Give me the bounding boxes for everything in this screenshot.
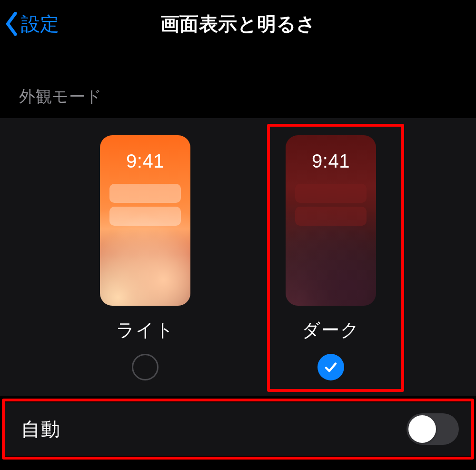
nav-bar: 設定 画面表示と明るさ <box>0 0 476 48</box>
preview-notification-placeholder <box>109 207 181 226</box>
checkmark-icon <box>324 360 338 374</box>
auto-row: 自動 <box>4 402 472 456</box>
dark-radio-checked[interactable] <box>317 354 344 380</box>
dark-preview: 9:41 <box>286 135 376 306</box>
auto-label: 自動 <box>21 416 61 442</box>
preview-time: 9:41 <box>100 150 190 172</box>
preview-notification-placeholder <box>295 207 367 226</box>
preview-time: 9:41 <box>286 150 376 172</box>
appearance-panel: 9:41 ライト 9:41 ダーク <box>0 118 476 396</box>
appearance-section-header: 外観モード <box>0 48 476 118</box>
back-button[interactable]: 設定 <box>5 0 59 48</box>
auto-row-wrapper: 自動 <box>4 402 472 456</box>
page-title: 画面表示と明るさ <box>160 11 316 37</box>
appearance-option-dark[interactable]: 9:41 ダーク <box>278 135 383 380</box>
light-label: ライト <box>116 318 175 342</box>
switch-knob <box>408 415 436 443</box>
light-preview: 9:41 <box>100 135 190 306</box>
dark-label: ダーク <box>302 318 360 342</box>
appearance-option-light[interactable]: 9:41 ライト <box>93 135 198 380</box>
preview-notification-placeholder <box>109 184 181 203</box>
back-label: 設定 <box>21 11 59 37</box>
light-radio-unchecked[interactable] <box>132 354 159 380</box>
preview-notification-placeholder <box>295 184 367 203</box>
chevron-left-icon <box>5 12 19 36</box>
display-brightness-settings: 設定 画面表示と明るさ 外観モード 9:41 ライト 9:41 ダーク <box>0 0 476 470</box>
auto-toggle[interactable] <box>407 413 459 445</box>
